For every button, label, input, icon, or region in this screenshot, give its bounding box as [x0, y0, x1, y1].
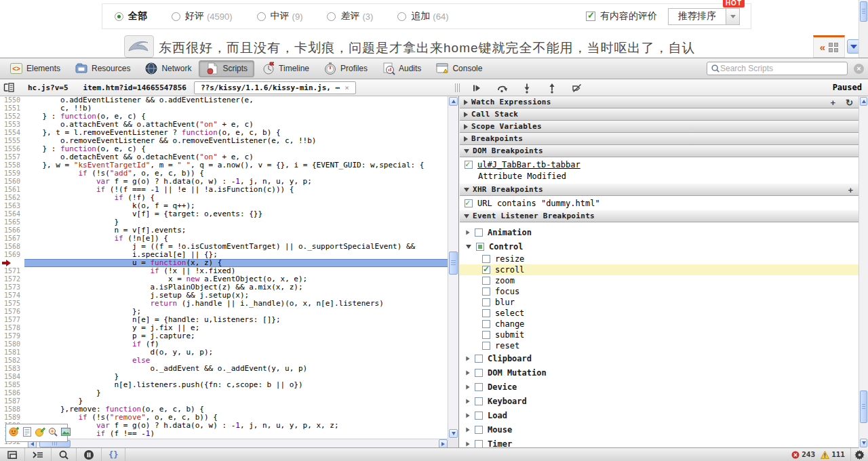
line-number-gutter[interactable]: 1584 — [0, 373, 24, 381]
event-resize[interactable]: resize — [460, 254, 868, 264]
checkbox[interactable] — [482, 309, 490, 317]
line-number-gutter[interactable]: 1577 — [0, 316, 24, 324]
edit-smiley-icon[interactable] — [35, 426, 45, 440]
step-out-button[interactable] — [539, 81, 564, 95]
checkbox[interactable] — [482, 266, 490, 274]
event-blur[interactable]: blur — [460, 297, 868, 308]
search-box[interactable] — [707, 62, 848, 75]
event-category-timer[interactable]: Timer — [460, 437, 868, 448]
line-number-gutter[interactable]: 1564 — [0, 210, 24, 218]
tab-elements[interactable]: <>Elements — [3, 60, 67, 77]
line-number-gutter[interactable]: 1560 — [0, 178, 24, 186]
chevron-right-icon[interactable] — [466, 441, 469, 446]
line-number-gutter[interactable]: 1557 — [0, 153, 24, 161]
checkbox[interactable] — [475, 412, 483, 420]
filter-option-1[interactable]: 好评(4590) — [172, 10, 233, 22]
checkbox[interactable] — [482, 255, 490, 263]
checkbox[interactable] — [475, 397, 483, 405]
line-number-gutter[interactable]: 1562 — [0, 194, 24, 202]
editor-vertical-scrollbar[interactable] — [448, 96, 458, 439]
scrollbar-thumb[interactable] — [449, 252, 458, 275]
section-event-listener-breakpoints[interactable]: Event Listener Breakpoints — [460, 210, 868, 222]
section-dom-breakpoints[interactable]: DOM Breakpoints — [460, 145, 868, 157]
page-scrollbar[interactable] — [859, 0, 868, 58]
scroll-down-icon[interactable] — [860, 439, 867, 447]
line-number-gutter[interactable]: 1561 — [0, 186, 24, 194]
line-number-gutter[interactable]: 1558 — [0, 161, 24, 169]
event-scroll[interactable]: scroll — [460, 264, 868, 275]
line-number-gutter[interactable]: 1563 — [0, 202, 24, 210]
dom-breakpoint-item[interactable]: ul#J_TabBar.tb-tabbar — [460, 159, 868, 170]
editor-horizontal-scrollbar[interactable] — [27, 439, 448, 448]
file-tab--s-kissy-1-1-6-kissy-min-js-[interactable]: ??s/kissy/1.1.6/kissy-min.js, ⋯× — [194, 81, 356, 94]
chevron-right-icon[interactable] — [466, 370, 469, 375]
line-number-gutter[interactable]: 1580 — [0, 340, 24, 348]
event-select[interactable]: select — [460, 308, 868, 319]
line-number-gutter[interactable]: 1583 — [0, 365, 24, 373]
line-number-gutter[interactable]: 1579 — [0, 332, 24, 340]
checkbox[interactable] — [482, 320, 490, 328]
checkbox[interactable] — [475, 369, 483, 377]
add-watch-button[interactable]: + — [831, 98, 836, 108]
event-submit[interactable]: submit — [460, 329, 868, 340]
line-number-gutter[interactable]: 1581 — [0, 348, 24, 357]
chevron-right-icon[interactable] — [466, 399, 469, 403]
tab-profiles[interactable]: Profiles — [317, 60, 374, 77]
line-number-gutter[interactable]: 1576 — [0, 308, 24, 316]
line-number-gutter[interactable]: 1575 — [0, 300, 24, 308]
file-navigator-icon[interactable] — [3, 82, 14, 93]
console-drawer-button[interactable] — [25, 448, 52, 461]
event-category-control[interactable]: Control — [460, 239, 868, 254]
sort-dropdown-button[interactable] — [726, 9, 739, 24]
search-face-icon[interactable] — [47, 426, 58, 440]
checkbox[interactable] — [482, 287, 490, 296]
checkbox[interactable] — [465, 161, 473, 169]
event-reset[interactable]: reset — [460, 340, 868, 351]
line-number-gutter[interactable]: 1578 — [0, 324, 24, 332]
pause-on-exceptions-button[interactable] — [77, 448, 102, 461]
error-count[interactable]: 243 — [802, 450, 815, 459]
file-tab-item-htm-id-14665547856[interactable]: item.htm?id=14665547856 — [76, 81, 194, 94]
file-tab-hc-js-v-5[interactable]: hc.js?v=5 — [20, 81, 76, 94]
line-number-gutter[interactable]: 1572 — [0, 275, 24, 283]
section-xhr-breakpoints[interactable]: XHR Breakpoints + — [460, 184, 868, 196]
chevron-right-icon[interactable] — [466, 413, 469, 418]
refresh-icon[interactable]: ↻ — [846, 98, 853, 108]
filter-option-0[interactable]: 全部 — [115, 10, 147, 22]
line-number-gutter[interactable]: 1565 — [0, 218, 24, 226]
line-number-gutter[interactable]: 1587 — [0, 397, 24, 405]
scrollbar-thumb[interactable] — [860, 1, 867, 22]
chevron-right-icon[interactable] — [466, 356, 469, 361]
chevron-right-icon[interactable] — [466, 384, 469, 389]
filter-option-4[interactable]: 追加(64) — [397, 10, 448, 22]
step-into-button[interactable] — [514, 81, 539, 95]
line-number-gutter[interactable]: 1582 — [0, 357, 24, 365]
dock-button[interactable] — [0, 448, 25, 461]
checkbox[interactable] — [475, 228, 483, 237]
filter-option-2[interactable]: 中评(9) — [257, 10, 303, 22]
line-number-gutter[interactable]: 1571 — [0, 267, 24, 275]
checkbox[interactable] — [475, 355, 483, 363]
line-number-gutter[interactable]: 1553 — [0, 121, 24, 129]
step-over-button[interactable] — [489, 81, 514, 95]
close-icon[interactable]: × — [854, 64, 864, 74]
line-number-gutter[interactable]: 1550 — [0, 96, 24, 104]
note-icon[interactable] — [22, 426, 33, 440]
event-change[interactable]: change — [460, 319, 868, 329]
add-xhr-breakpoint-button[interactable]: + — [848, 185, 853, 195]
event-category-animation[interactable]: Animation — [460, 225, 868, 239]
tab-console[interactable]: Console — [429, 60, 489, 77]
sidebar-scrollbar[interactable] — [859, 96, 868, 448]
event-category-dom-mutation[interactable]: DOM Mutation — [460, 365, 868, 380]
search-button[interactable] — [52, 448, 77, 461]
line-number-gutter[interactable]: 1554 — [0, 129, 24, 137]
event-zoom[interactable]: zoom — [460, 275, 868, 286]
search-input[interactable] — [720, 64, 844, 73]
line-number-gutter[interactable]: 1559 — [0, 169, 24, 178]
smiley-add-icon[interactable] — [9, 426, 20, 440]
line-number-gutter[interactable] — [0, 259, 24, 267]
event-category-clipboard[interactable]: Clipboard — [460, 351, 868, 365]
error-icon[interactable] — [791, 451, 800, 459]
line-number-gutter[interactable]: 1566 — [0, 226, 24, 235]
checkbox[interactable] — [465, 199, 473, 207]
